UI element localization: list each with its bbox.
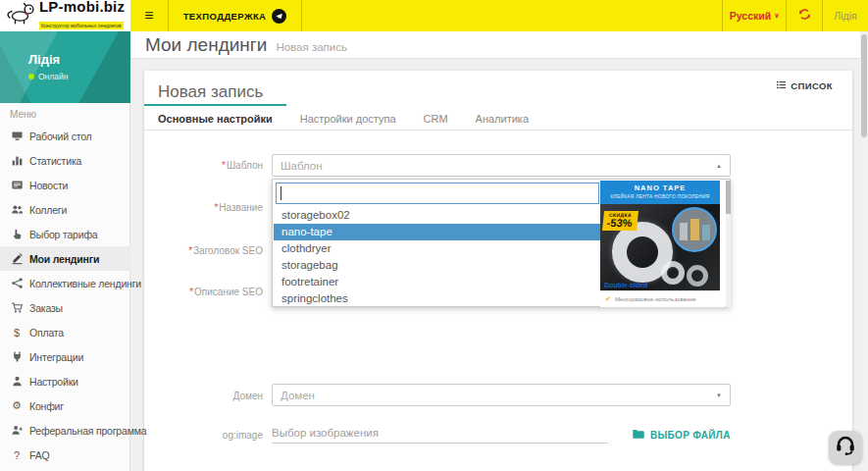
template-field-label: *Шаблон xyxy=(145,160,263,171)
language-label: Русский xyxy=(730,10,771,22)
template-option[interactable]: clothdryer xyxy=(274,240,600,257)
sidebar-item-referral[interactable]: Реферальная программа xyxy=(0,418,130,443)
logo-text: LP-mobi.biz Конструктор мобильных лендин… xyxy=(39,0,125,31)
user-plus-icon xyxy=(10,424,24,438)
sidebar-item-news[interactable]: Новости xyxy=(0,173,130,197)
template-search-input[interactable] xyxy=(276,183,599,204)
tab-crm[interactable]: CRM xyxy=(410,104,462,131)
sidebar-item-settings[interactable]: Настройки xyxy=(0,369,130,393)
sidebar-item-my-landings[interactable]: Мои лендинги xyxy=(0,246,130,271)
sidebar-user-panel: Лідія Онлайн xyxy=(0,31,130,103)
sidebar-item-label: Коллективные лендинги xyxy=(29,278,141,289)
page-header: Мои лендинги Новая запись xyxy=(130,31,860,59)
logo-tagline: Конструктор мобильных лендингов xyxy=(39,22,124,29)
language-selector[interactable]: Русский ∨ xyxy=(723,0,786,31)
sidebar-item-label: Статистика xyxy=(29,155,81,167)
sidebar-item-label: FAQ xyxy=(29,449,49,461)
photo-caption: Double-sided xyxy=(604,282,647,288)
sidebar-item-payment[interactable]: $ Оплата xyxy=(0,320,130,344)
template-option-selected[interactable]: nano-tape xyxy=(274,224,600,240)
dog-logo-icon xyxy=(6,1,35,30)
template-select[interactable]: Шаблон ▲ xyxy=(272,154,731,177)
sidebar-item-statistics[interactable]: Статистика xyxy=(0,148,130,173)
logo-title: LP-mobi.biz xyxy=(39,0,125,14)
tab-main-settings[interactable]: Основные настройки xyxy=(144,104,286,131)
topbar: LP-mobi.biz Конструктор мобильных лендин… xyxy=(0,0,868,31)
dropdown-scrollbar-thumb[interactable] xyxy=(726,181,731,214)
sidebar-menu: Рабочий стол Статистика Новости Коллеги xyxy=(0,124,130,467)
sidebar-item-integrations[interactable]: Интеграции xyxy=(0,344,130,369)
refresh-button[interactable] xyxy=(787,0,822,31)
sidebar-item-config[interactable]: ⚙ Конфиг xyxy=(0,393,130,418)
template-option[interactable]: footretainer xyxy=(274,274,600,290)
share-icon xyxy=(10,277,24,290)
template-preview: NANO TAPE КЛЕЙКАЯ ЛЕНТА НОВОГО ПОКОЛЕНИЯ… xyxy=(600,181,725,307)
user-icon xyxy=(10,375,24,389)
sidebar-item-label: Конфиг xyxy=(29,400,64,412)
headset-icon xyxy=(834,434,857,461)
og-image-field-label: og:image xyxy=(145,430,263,441)
sidebar-item-tariff[interactable]: Выбор тарифа xyxy=(0,222,130,246)
template-preview-header: NANO TAPE КЛЕЙКАЯ ЛЕНТА НОВОГО ПОКОЛЕНИЯ xyxy=(600,181,720,204)
refresh-icon xyxy=(797,7,812,26)
sidebar-item-collective-landings[interactable]: Коллективные лендинги xyxy=(0,271,130,295)
tab-access-settings[interactable]: Настройки доступа xyxy=(286,104,410,131)
pencil-icon xyxy=(10,252,24,266)
page-scrollbar-thumb[interactable] xyxy=(861,34,867,137)
domain-field-label: Домен xyxy=(145,391,263,401)
sidebar-item-label: Реферальная программа xyxy=(29,425,146,437)
logo[interactable]: LP-mobi.biz Конструктор мобильных лендин… xyxy=(0,0,130,31)
template-option[interactable]: storagebox02 xyxy=(274,207,600,224)
caret-up-icon: ▲ xyxy=(716,163,722,169)
domain-select-placeholder: Домен xyxy=(281,390,315,401)
tape-roll-image xyxy=(687,265,708,287)
list-button-label: СПИСОК xyxy=(791,80,833,91)
sidebar-item-label: Коллеги xyxy=(29,204,67,216)
inset-photo xyxy=(672,207,717,252)
sidebar: Лідія Онлайн Меню Рабочий стол Статистик… xyxy=(0,31,130,471)
hand-pointer-icon xyxy=(10,228,24,241)
topbar-username[interactable]: Лідія xyxy=(823,0,868,31)
required-mark: * xyxy=(214,202,218,213)
dropdown-scrollbar[interactable] xyxy=(726,181,731,307)
og-image-input[interactable] xyxy=(272,423,608,444)
sidebar-toggle-button[interactable]: ≡ xyxy=(130,0,168,31)
support-chat-widget[interactable] xyxy=(829,431,862,464)
tab-bar: Основные настройки Настройки доступа CRM… xyxy=(144,104,852,131)
newspaper-icon xyxy=(10,179,24,192)
sidebar-item-label: Настройки xyxy=(29,376,78,388)
sidebar-user-name: Лідія xyxy=(28,52,60,67)
sidebar-item-orders[interactable]: Заказы xyxy=(0,295,130,320)
desktop-icon xyxy=(10,130,24,143)
template-dropdown: storagebox02 nano-tape clothdryer storag… xyxy=(272,179,731,307)
breadcrumb: Новая запись xyxy=(276,36,347,53)
feature-text: Многоразовое использование xyxy=(615,296,696,302)
sidebar-item-faq[interactable]: ? FAQ xyxy=(0,443,130,467)
template-select-placeholder: Шаблон xyxy=(281,160,323,172)
tech-support-button[interactable]: ТЕХПОДДЕРЖКА xyxy=(169,0,301,31)
text-cursor xyxy=(281,186,281,200)
discount-badge: СКИДКА -53% xyxy=(602,211,638,231)
page-scrollbar[interactable] xyxy=(860,31,868,471)
users-icon xyxy=(10,203,24,217)
name-field-label: *Название xyxy=(145,202,263,213)
online-status-label: Онлайн xyxy=(38,72,68,81)
choose-file-button[interactable]: ВЫБОР ФАЙЛА xyxy=(632,428,731,442)
list-icon xyxy=(776,79,787,92)
sidebar-item-desktop[interactable]: Рабочий стол xyxy=(0,124,130,148)
gears-icon: ⚙ xyxy=(10,399,24,413)
sidebar-item-label: Мои лендинги xyxy=(29,253,99,265)
card-title: Новая запись xyxy=(158,82,263,102)
tab-analytics[interactable]: Аналитика xyxy=(462,104,542,131)
template-option[interactable]: springclothes xyxy=(274,290,600,307)
required-mark: * xyxy=(188,245,192,256)
discount-badge-value: -53% xyxy=(606,218,633,229)
list-button[interactable]: СПИСОК xyxy=(772,76,837,96)
template-preview-photo: СКИДКА -53% Double-sided xyxy=(600,204,720,290)
template-option[interactable]: storagebag xyxy=(274,257,600,274)
template-preview-title: NANO TAPE xyxy=(600,183,720,192)
domain-select[interactable]: Домен ▼ xyxy=(272,384,731,406)
sidebar-item-colleagues[interactable]: Коллеги xyxy=(0,197,130,222)
bar-chart-icon xyxy=(10,154,24,168)
support-label: ТЕХПОДДЕРЖКА xyxy=(183,11,267,22)
